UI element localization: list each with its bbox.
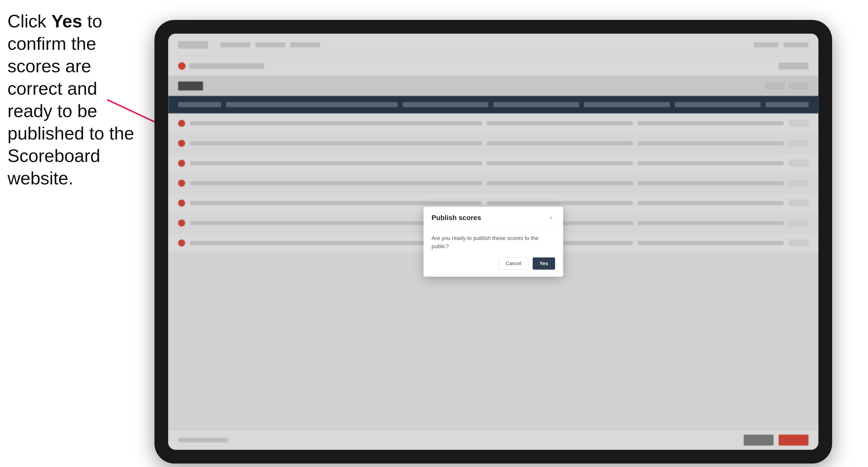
- yes-button[interactable]: Yes: [533, 257, 555, 270]
- cancel-button[interactable]: Cancel: [498, 257, 528, 270]
- dialog-message: Are you ready to publish these scores to…: [432, 234, 555, 250]
- publish-scores-dialog: Publish scores × Are you ready to publis…: [424, 207, 563, 277]
- tablet-frame: Publish scores × Are you ready to publis…: [154, 20, 832, 464]
- yes-emphasis: Yes: [51, 11, 82, 31]
- instruction-body: to confirm the scores are correct and re…: [7, 11, 134, 188]
- dialog-footer: Cancel Yes: [424, 257, 563, 277]
- instruction-text: Click Yes to confirm the scores are corr…: [7, 10, 147, 189]
- tablet-screen: Publish scores × Are you ready to publis…: [168, 34, 818, 450]
- dialog-body: Are you ready to publish these scores to…: [424, 227, 563, 257]
- dialog-title: Publish scores: [432, 214, 481, 222]
- dialog-header: Publish scores ×: [424, 207, 563, 227]
- close-icon[interactable]: ×: [547, 214, 555, 222]
- dialog-overlay: Publish scores × Are you ready to publis…: [168, 34, 818, 450]
